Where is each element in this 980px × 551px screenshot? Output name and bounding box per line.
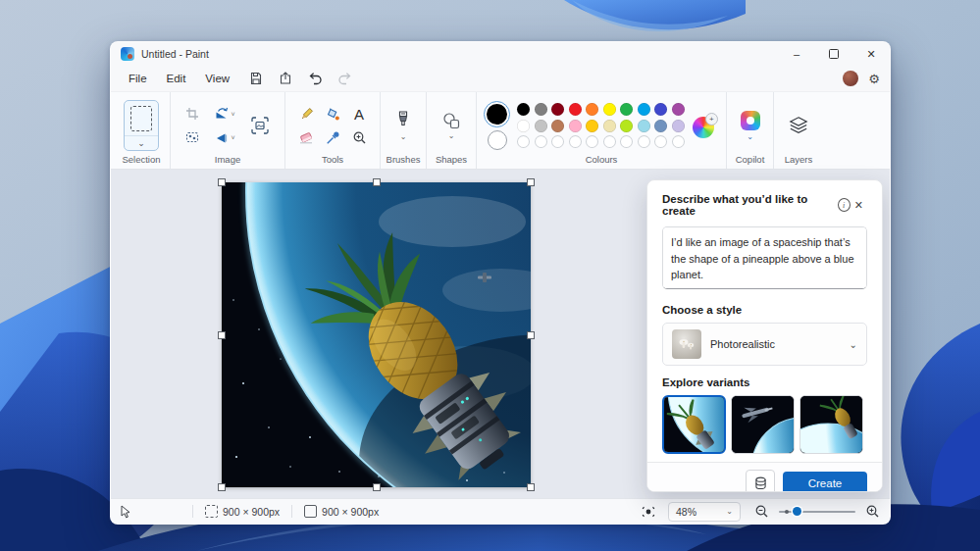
colour-swatch[interactable] bbox=[654, 103, 667, 116]
selection-handle-ne[interactable] bbox=[527, 178, 535, 186]
colour-swatch-empty[interactable] bbox=[551, 135, 564, 148]
colour-swatch[interactable] bbox=[551, 120, 564, 132]
flip-button[interactable]: ˅ bbox=[208, 125, 241, 149]
colour-swatch[interactable] bbox=[586, 120, 598, 132]
flip-icon bbox=[214, 130, 229, 144]
colour-swatch[interactable] bbox=[517, 103, 530, 116]
shapes-button[interactable] bbox=[442, 112, 460, 129]
colour-swatch-empty[interactable] bbox=[517, 135, 530, 148]
panel-close-icon[interactable]: ✕ bbox=[851, 197, 867, 214]
zoom-slider-track[interactable] bbox=[779, 511, 855, 513]
maximize-button[interactable] bbox=[815, 42, 852, 66]
colour-swatch[interactable] bbox=[638, 120, 650, 132]
redo-button[interactable] bbox=[332, 69, 357, 88]
colour-swatch[interactable] bbox=[620, 120, 633, 132]
undo-icon bbox=[308, 72, 323, 85]
selection-handle-n[interactable] bbox=[373, 178, 381, 186]
colour-swatch[interactable] bbox=[551, 103, 564, 116]
crop-icon bbox=[185, 107, 199, 121]
zoom-slider-knob[interactable] bbox=[793, 507, 801, 516]
selection-handle-sw[interactable] bbox=[218, 483, 226, 491]
zoom-in-icon[interactable] bbox=[865, 504, 880, 519]
colour-swatch[interactable] bbox=[672, 120, 685, 132]
eraser-tool[interactable] bbox=[293, 125, 320, 149]
copilot-button[interactable] bbox=[741, 111, 760, 130]
minimize-button[interactable]: – bbox=[778, 42, 815, 66]
colour-swatch[interactable] bbox=[535, 103, 547, 116]
zoom-slider[interactable] bbox=[779, 505, 855, 519]
selection-size-icon bbox=[205, 505, 218, 518]
chevron-down-icon[interactable]: ⌄ bbox=[448, 132, 455, 140]
menu-edit[interactable]: Edit bbox=[157, 70, 196, 87]
selection-handle-s[interactable] bbox=[373, 483, 381, 491]
brushes-button[interactable] bbox=[395, 111, 411, 130]
selection-handle-se[interactable] bbox=[527, 483, 535, 491]
magnifier-tool[interactable] bbox=[346, 125, 373, 149]
zoom-percentage-dropdown[interactable]: 48% ⌄ bbox=[668, 502, 741, 522]
select-background-button[interactable] bbox=[181, 125, 204, 149]
resize-button[interactable] bbox=[245, 102, 275, 149]
credits-coins-icon bbox=[754, 476, 767, 491]
chevron-down-icon[interactable]: ˅ bbox=[231, 134, 234, 141]
colour-swatch[interactable] bbox=[569, 103, 582, 116]
edit-colours-button[interactable]: + bbox=[693, 113, 718, 138]
colour-swatch[interactable] bbox=[603, 120, 616, 132]
colour-swatch-empty[interactable] bbox=[638, 135, 650, 148]
selection-tool-button[interactable]: ⌄ bbox=[124, 100, 159, 151]
undo-button[interactable] bbox=[302, 69, 328, 88]
account-avatar[interactable] bbox=[843, 71, 858, 86]
rotate-icon bbox=[214, 107, 229, 121]
colour-swatch[interactable] bbox=[586, 103, 598, 116]
zoom-out-icon[interactable] bbox=[754, 504, 769, 519]
create-button[interactable]: Create bbox=[783, 472, 867, 493]
canvas-image[interactable] bbox=[222, 182, 531, 487]
chevron-down-icon[interactable]: ⌄ bbox=[400, 133, 407, 141]
background-colour-well[interactable] bbox=[488, 130, 507, 150]
variant-thumbnail-3[interactable] bbox=[799, 395, 863, 454]
colour-swatch[interactable] bbox=[654, 120, 667, 132]
pencil-tool[interactable] bbox=[293, 102, 320, 125]
colour-swatch[interactable] bbox=[517, 120, 530, 132]
chevron-down-icon[interactable]: ˅ bbox=[231, 111, 234, 118]
colour-swatch-empty[interactable] bbox=[620, 135, 633, 148]
fill-tool[interactable] bbox=[320, 102, 346, 125]
selection-handle-e[interactable] bbox=[527, 331, 535, 339]
rotate-button[interactable]: ˅ bbox=[208, 102, 241, 125]
selection-handle-w[interactable] bbox=[218, 331, 226, 339]
selection-handle-nw[interactable] bbox=[218, 178, 226, 186]
crop-button[interactable] bbox=[181, 102, 204, 125]
credits-button[interactable] bbox=[746, 470, 775, 492]
save-button[interactable] bbox=[243, 69, 269, 88]
colour-swatch-empty[interactable] bbox=[654, 135, 667, 148]
variant-thumbnail-2[interactable] bbox=[731, 395, 795, 454]
colour-swatch[interactable] bbox=[603, 103, 616, 116]
save-icon bbox=[249, 72, 263, 85]
colour-swatch[interactable] bbox=[569, 120, 582, 132]
close-button[interactable]: ✕ bbox=[852, 42, 890, 66]
colour-swatch[interactable] bbox=[535, 120, 547, 132]
variant-thumbnail-1[interactable] bbox=[662, 395, 726, 454]
info-icon[interactable]: i bbox=[838, 198, 851, 212]
chevron-down-icon[interactable]: ⌄ bbox=[125, 135, 158, 150]
layers-button[interactable] bbox=[788, 97, 809, 155]
fit-to-screen-icon[interactable] bbox=[641, 505, 656, 519]
color-picker-tool[interactable] bbox=[320, 125, 346, 149]
colour-swatch-empty[interactable] bbox=[535, 135, 547, 148]
colour-swatch-empty[interactable] bbox=[586, 135, 598, 148]
colour-swatch-empty[interactable] bbox=[603, 135, 616, 148]
menu-view[interactable]: View bbox=[195, 70, 239, 87]
settings-gear-icon[interactable]: ⚙ bbox=[868, 73, 880, 85]
colour-swatch[interactable] bbox=[672, 103, 685, 116]
text-tool[interactable]: A bbox=[346, 102, 373, 125]
colour-swatch-empty[interactable] bbox=[672, 135, 685, 148]
foreground-colour-well[interactable] bbox=[485, 102, 509, 126]
colour-swatch-empty[interactable] bbox=[569, 135, 582, 148]
prompt-input[interactable]: I’d like an image of a spaceship that’s … bbox=[662, 226, 867, 289]
style-dropdown[interactable]: Photorealistic ⌄ bbox=[662, 323, 867, 366]
share-button[interactable] bbox=[273, 69, 298, 88]
colour-swatch[interactable] bbox=[620, 103, 633, 116]
redo-icon bbox=[337, 72, 352, 85]
colour-swatch[interactable] bbox=[638, 103, 650, 116]
chevron-down-icon[interactable]: ⌄ bbox=[747, 133, 753, 141]
menu-file[interactable]: File bbox=[119, 70, 157, 87]
